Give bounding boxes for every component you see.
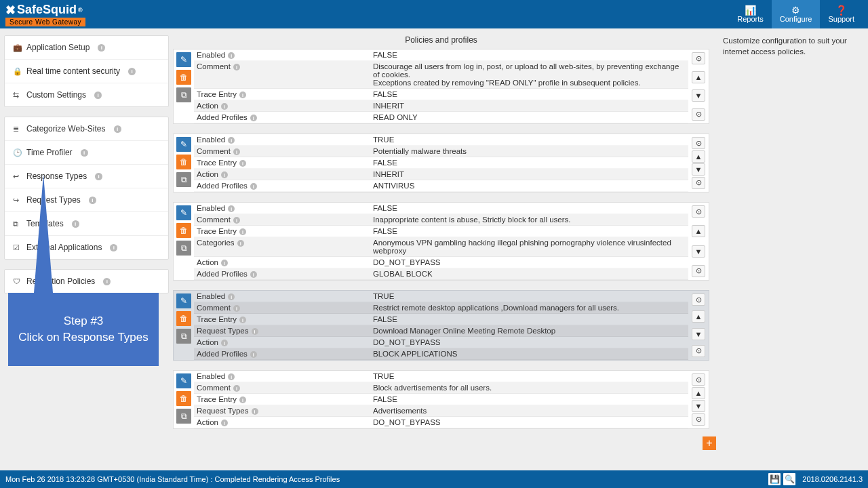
- move-down-button[interactable]: ▼: [692, 245, 705, 258]
- info-icon[interactable]: i: [228, 52, 235, 59]
- info-icon[interactable]: i: [239, 396, 246, 403]
- template-icon: ⧉: [13, 220, 21, 228]
- info-icon[interactable]: i: [103, 278, 111, 285]
- edit-button[interactable]: ✎: [176, 205, 191, 220]
- info-icon[interactable]: i: [233, 305, 240, 312]
- move-up-button[interactable]: ▲: [692, 387, 705, 399]
- info-icon[interactable]: i: [81, 149, 88, 157]
- info-icon[interactable]: i: [114, 125, 121, 133]
- sidebar-item-templates[interactable]: ⧉Templatesi: [5, 212, 168, 236]
- policy-row: ActioniDO_NOT_BYPASS: [194, 257, 688, 268]
- info-icon[interactable]: i: [221, 340, 228, 346]
- info-icon[interactable]: i: [239, 228, 246, 235]
- info-icon[interactable]: i: [233, 148, 240, 155]
- sidebar-item-custom-settings[interactable]: ⇆Custom Settingsi: [5, 83, 168, 106]
- info-icon[interactable]: i: [95, 173, 102, 180]
- chart-icon: 📊: [745, 5, 756, 15]
- row-value: INHERIT: [370, 169, 688, 179]
- delete-button[interactable]: 🗑: [176, 70, 191, 85]
- edit-button[interactable]: ✎: [176, 293, 191, 308]
- info-icon[interactable]: i: [233, 217, 240, 224]
- move-up-button[interactable]: ▲: [692, 71, 705, 83]
- move-down-button[interactable]: ▼: [692, 328, 705, 340]
- move-bottom-button[interactable]: ⊙: [692, 177, 705, 189]
- row-value: Discourage all users from log in, post, …: [370, 62, 688, 87]
- sidebar-item-external-applications[interactable]: ☑External Applicationsi: [5, 236, 168, 259]
- info-icon[interactable]: i: [72, 220, 79, 228]
- edit-button[interactable]: ✎: [176, 373, 191, 388]
- sidebar-item-response-types[interactable]: ↩Response Typesi: [5, 165, 168, 188]
- clone-button[interactable]: ⧉: [176, 87, 191, 102]
- move-bottom-button[interactable]: ⊙: [692, 108, 705, 121]
- move-down-button[interactable]: ▼: [692, 163, 705, 176]
- info-icon[interactable]: i: [221, 260, 228, 266]
- move-down-button[interactable]: ▼: [692, 400, 705, 412]
- info-icon[interactable]: i: [239, 160, 246, 167]
- move-bottom-button[interactable]: ⊙: [692, 345, 705, 357]
- info-icon[interactable]: i: [250, 351, 257, 358]
- info-icon[interactable]: i: [233, 64, 240, 70]
- info-icon[interactable]: i: [233, 385, 240, 392]
- move-top-button[interactable]: ⊙: [692, 137, 705, 149]
- clone-button[interactable]: ⧉: [176, 329, 191, 344]
- move-up-button[interactable]: ▲: [692, 310, 705, 323]
- edit-button[interactable]: ✎: [176, 52, 191, 67]
- move-top-button[interactable]: ⊙: [692, 52, 705, 64]
- nav-support[interactable]: ❓ Support: [820, 0, 863, 28]
- info-icon[interactable]: i: [237, 240, 244, 247]
- move-top-button[interactable]: ⊙: [692, 373, 705, 386]
- sidebar-item-request-types[interactable]: ↪Request Typesi: [5, 188, 168, 212]
- info-icon[interactable]: i: [250, 183, 257, 190]
- policy-row: EnablediTRUE: [194, 371, 688, 382]
- sidebar-item-application-setup[interactable]: 💼Application Setupi: [5, 36, 168, 60]
- clone-button[interactable]: ⧉: [176, 241, 191, 256]
- nav-reports[interactable]: 📊 Reports: [729, 0, 772, 28]
- sidebar-item-restriction-policies[interactable]: 🛡Restriction Policiesi: [5, 270, 168, 293]
- row-value: DO_NOT_BYPASS: [370, 418, 688, 427]
- delete-button[interactable]: 🗑: [176, 155, 191, 169]
- nav-reports-label: Reports: [737, 15, 764, 23]
- save-icon[interactable]: 💾: [768, 473, 781, 485]
- move-up-button[interactable]: ▲: [692, 150, 705, 163]
- sidebar-item-real-time-content-security[interactable]: 🔒Real time content securityi: [5, 60, 168, 83]
- info-icon[interactable]: i: [239, 92, 246, 98]
- info-icon[interactable]: i: [221, 171, 228, 178]
- info-icon[interactable]: i: [221, 103, 228, 110]
- info-icon[interactable]: i: [94, 92, 102, 99]
- clone-button[interactable]: ⧉: [176, 172, 191, 187]
- edit-button[interactable]: ✎: [176, 137, 191, 152]
- clone-button[interactable]: ⧉: [176, 409, 191, 424]
- nav-configure[interactable]: ⚙ Configure: [772, 0, 821, 28]
- policy-row: Added ProfilesiANTIVIRUS: [194, 180, 688, 192]
- add-policy-button[interactable]: +: [703, 436, 716, 450]
- info-icon[interactable]: i: [128, 68, 136, 75]
- sidebar-item-categorize-web-sites[interactable]: ≣Categorize Web-Sitesi: [5, 117, 168, 141]
- move-down-button[interactable]: ▼: [692, 89, 705, 102]
- info-icon[interactable]: i: [252, 408, 258, 415]
- info-icon[interactable]: i: [239, 317, 246, 323]
- info-icon[interactable]: i: [250, 271, 257, 278]
- info-icon[interactable]: i: [98, 44, 105, 52]
- info-icon[interactable]: i: [228, 205, 235, 212]
- info-icon[interactable]: i: [89, 197, 96, 204]
- search-icon[interactable]: 🔍: [783, 473, 795, 485]
- info-icon[interactable]: i: [228, 137, 235, 144]
- info-icon[interactable]: i: [228, 373, 235, 380]
- info-icon[interactable]: i: [110, 244, 117, 251]
- move-bottom-button[interactable]: ⊙: [692, 413, 705, 426]
- row-label: Enabled: [197, 136, 225, 144]
- info-icon[interactable]: i: [252, 328, 258, 335]
- info-icon[interactable]: i: [228, 293, 235, 300]
- move-up-button[interactable]: ▲: [692, 225, 705, 237]
- delete-button[interactable]: 🗑: [176, 223, 191, 238]
- delete-button[interactable]: 🗑: [176, 391, 191, 406]
- lock-icon: 🔒: [13, 67, 21, 76]
- help-icon: ❓: [835, 5, 847, 15]
- sidebar-item-time-profiler[interactable]: 🕒Time Profileri: [5, 141, 168, 165]
- delete-button[interactable]: 🗑: [176, 311, 191, 326]
- move-top-button[interactable]: ⊙: [692, 205, 705, 218]
- info-icon[interactable]: i: [250, 115, 257, 121]
- move-bottom-button[interactable]: ⊙: [692, 265, 705, 277]
- info-icon[interactable]: i: [221, 420, 228, 426]
- move-top-button[interactable]: ⊙: [692, 293, 705, 306]
